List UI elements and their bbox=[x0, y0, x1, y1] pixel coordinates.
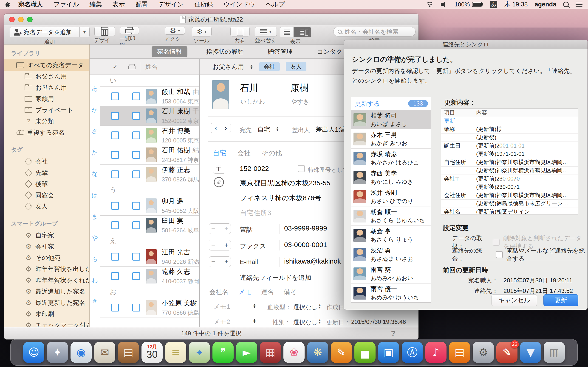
bottom-tab-company[interactable]: 会社名 bbox=[209, 288, 229, 296]
tag-pill[interactable]: 会社 bbox=[259, 62, 280, 71]
print-checkbox[interactable] bbox=[132, 253, 140, 261]
sidebar-item[interactable]: 会社宛 bbox=[4, 241, 89, 252]
tools-button[interactable]: ✻▾ bbox=[192, 27, 212, 36]
sidebar-item[interactable]: プライベート bbox=[4, 104, 89, 116]
tag-pill[interactable]: 友人 bbox=[286, 62, 306, 71]
last-name-field[interactable]: 石川 bbox=[240, 82, 258, 94]
print-checkbox[interactable] bbox=[132, 304, 140, 311]
index-letter[interactable]: わ bbox=[92, 276, 98, 298]
addressee-stepper-icon[interactable] bbox=[276, 126, 279, 131]
contact-row[interactable]: 石川 康樹千… 152-0022 東京… bbox=[100, 106, 199, 126]
remove-field-button[interactable]: − bbox=[211, 241, 216, 249]
table-row[interactable]: 会社住所 (更新前)神奈川県横浜市鶴見区駒岡… bbox=[441, 191, 578, 200]
dock-item-downloads[interactable]: ▼ bbox=[520, 342, 541, 363]
sidebar-item[interactable]: チェックマーク付き bbox=[4, 319, 89, 327]
add-contact-dropdown[interactable]: ▼ bbox=[79, 27, 90, 37]
contact-row[interactable]: 臼田 実 501-6264 岐阜… bbox=[100, 216, 199, 235]
sidebar-item[interactable]: 自宅宛 bbox=[4, 230, 89, 241]
view-list-segment[interactable] bbox=[280, 27, 294, 37]
table-row[interactable]: 会社〒 (更新前)230-0070 bbox=[441, 175, 578, 183]
update-contact-row[interactable]: 赤木 三男 あかぎ みつお bbox=[351, 129, 431, 149]
dock-item-keynote[interactable]: ▣ bbox=[378, 342, 399, 363]
index-letter[interactable]: や bbox=[92, 234, 98, 255]
memo2-stepper-icon[interactable] bbox=[253, 318, 256, 323]
close-button[interactable] bbox=[9, 17, 15, 22]
checkmark-column-icon[interactable]: ✓ bbox=[112, 63, 118, 70]
add-field-button[interactable]: + bbox=[225, 225, 229, 233]
contact-row[interactable]: 卯月 遥 545-0052 大阪… bbox=[100, 196, 199, 216]
dock-item-launchpad[interactable]: ✦ bbox=[47, 342, 68, 363]
phone-value[interactable]: 03-9999-9999 bbox=[284, 224, 327, 232]
sidebar-item[interactable]: 友人 bbox=[4, 201, 89, 212]
dock-item-iphoto[interactable]: ❋ bbox=[307, 342, 328, 363]
table-row[interactable]: 会社名 (更新前)相葉デザイン bbox=[441, 208, 578, 215]
menu-item[interactable]: 表示 bbox=[107, 0, 130, 9]
sidebar-item[interactable]: 昨年年賀状をくれた人 bbox=[4, 275, 89, 286]
menu-item[interactable]: ウインドウ bbox=[218, 0, 260, 9]
dock-item-contacts[interactable]: ▤ bbox=[118, 342, 139, 363]
sidebar-item[interactable]: 後輩 bbox=[4, 178, 89, 190]
table-row[interactable]: (更新後)230-0071 bbox=[441, 183, 578, 191]
add-field-button[interactable]: + bbox=[225, 258, 229, 266]
dock-item-system-preferences[interactable]: ⚙ bbox=[473, 342, 494, 363]
address-tab-home[interactable]: 自宅 bbox=[213, 149, 226, 158]
table-row[interactable]: (更新後)徳島県徳島市末広グリーン… bbox=[441, 200, 578, 208]
name-column-label[interactable]: 姓名 bbox=[145, 63, 158, 71]
fax-value[interactable]: 03-0000-0001 bbox=[284, 241, 327, 249]
next-record-button[interactable]: › bbox=[221, 123, 231, 133]
sidebar-item[interactable]: 最近更新した宛名 bbox=[4, 297, 89, 308]
sidebar-item[interactable]: 未印刷 bbox=[4, 308, 89, 319]
compass-icon[interactable] bbox=[214, 177, 224, 187]
bottom-tab-joint[interactable]: 連名 bbox=[261, 288, 274, 296]
index-letter[interactable]: ま bbox=[92, 212, 98, 234]
menu-item[interactable]: ファイル bbox=[48, 0, 84, 9]
menu-clock[interactable]: 木 19:38 bbox=[504, 0, 527, 8]
blood-type-value[interactable]: 選択なし bbox=[293, 303, 317, 311]
check-checkbox[interactable] bbox=[111, 202, 119, 210]
table-row[interactable]: 敬称 (更新前)様 bbox=[441, 125, 578, 133]
memo1-stepper-icon[interactable] bbox=[253, 303, 256, 308]
memo2-placeholder[interactable]: メモ2 bbox=[213, 317, 230, 326]
menu-user[interactable]: agenda bbox=[535, 1, 556, 8]
check-checkbox[interactable] bbox=[111, 170, 119, 178]
postal-code-field[interactable]: 152-0022 bbox=[240, 165, 269, 173]
minimize-button[interactable] bbox=[18, 17, 24, 22]
print-checkbox[interactable] bbox=[132, 131, 140, 139]
address3-placeholder[interactable]: 自宅住所3 bbox=[240, 208, 271, 218]
update-contact-row[interactable]: 雨宮 優一 あめみや ゆういち bbox=[351, 284, 431, 302]
check-checkbox[interactable] bbox=[111, 253, 119, 261]
menu-item[interactable]: デザイン bbox=[153, 0, 189, 9]
cancel-button[interactable]: キャンセル bbox=[492, 294, 537, 306]
share-button[interactable] bbox=[230, 27, 250, 36]
dialog-title-bar[interactable]: 連絡先とシンクロ bbox=[344, 40, 588, 49]
print-checkbox[interactable] bbox=[132, 202, 140, 210]
sidebar-item[interactable]: お母さん用 bbox=[4, 82, 89, 93]
check-checkbox[interactable] bbox=[111, 272, 119, 280]
print-checkbox[interactable] bbox=[132, 151, 140, 159]
print-column-icon[interactable] bbox=[128, 64, 135, 69]
index-letter[interactable]: あ bbox=[92, 84, 98, 106]
prev-record-button[interactable]: ‹ bbox=[211, 123, 221, 133]
update-contact-row[interactable]: 相葉 将司 あいば まさし bbox=[351, 110, 431, 129]
sidebar-item[interactable]: その他宛 bbox=[4, 252, 89, 263]
dock-item-maps[interactable]: ⌖ bbox=[189, 342, 210, 363]
zoom-button[interactable] bbox=[27, 17, 33, 22]
record-tab[interactable]: 贈答管理 bbox=[262, 46, 298, 57]
sidebar-item[interactable]: 重複する宛名 bbox=[4, 127, 89, 138]
update-contact-row[interactable]: 浅沼 勇 あさぬま いさお bbox=[351, 245, 431, 264]
contact-row[interactable]: 石田 佑樹結… 243-0817 神奈… bbox=[100, 145, 199, 165]
sort-button[interactable]: ▾ bbox=[255, 27, 277, 36]
table-row[interactable]: (更新後)1971-01-01 bbox=[441, 150, 578, 158]
sidebar-item[interactable]: 先輩 bbox=[4, 167, 89, 178]
dock-item-safari[interactable]: ◉ bbox=[70, 342, 92, 363]
check-checkbox[interactable] bbox=[111, 304, 119, 311]
dock-item-finder[interactable]: ☺ bbox=[23, 342, 44, 363]
check-checkbox[interactable] bbox=[111, 112, 119, 120]
update-contact-row[interactable]: 赤西 美幸 あかにし みゆき bbox=[351, 168, 431, 187]
first-name-field[interactable]: 康樹 bbox=[290, 82, 309, 94]
contact-row[interactable]: 遠藤 久志 410-0037 静岡… bbox=[100, 267, 199, 286]
sidebar-item[interactable]: 同窓会 bbox=[4, 190, 89, 201]
index-letter[interactable]: な bbox=[92, 170, 98, 191]
sidebar-item[interactable]: 昨年年賀状を出した人 bbox=[4, 263, 89, 275]
input-method-badge[interactable]: あ bbox=[490, 1, 497, 8]
